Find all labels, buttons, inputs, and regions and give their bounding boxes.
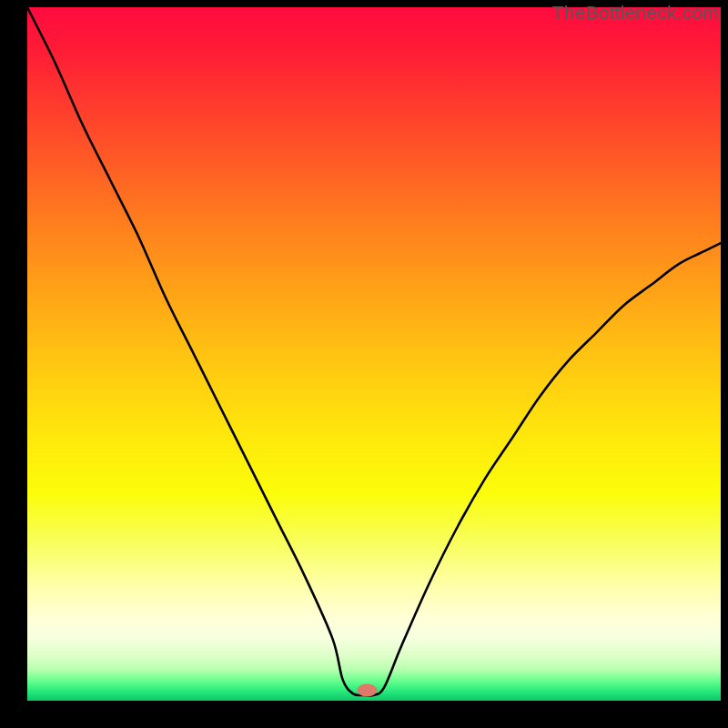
optimal-point-marker bbox=[357, 684, 377, 697]
chart-plot-area bbox=[27, 7, 721, 701]
chart-svg bbox=[27, 7, 721, 701]
watermark-label: TheBottleneck.com bbox=[552, 2, 719, 24]
chart-frame: TheBottleneck.com bbox=[0, 0, 728, 728]
bottleneck-curve-line bbox=[27, 7, 721, 696]
